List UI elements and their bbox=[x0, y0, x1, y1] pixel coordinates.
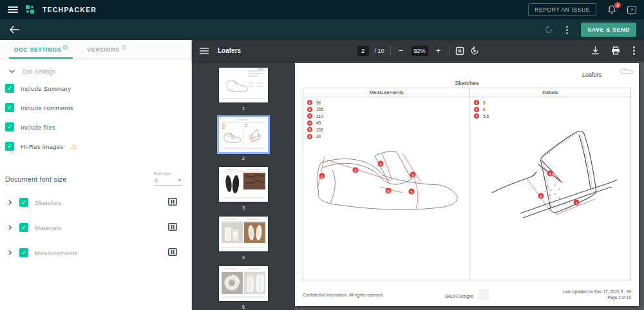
checkbox-label: Include comments bbox=[21, 104, 73, 111]
section-label: Materials bbox=[35, 224, 61, 231]
top-bar: TECHPACKER REPORT AN ISSUE 3 ? bbox=[0, 0, 644, 19]
sketch-marker: 1 bbox=[319, 173, 325, 179]
checkbox-checked-icon[interactable]: ✓ bbox=[19, 198, 28, 207]
document-page: Loafers Sketches Measurements Details bbox=[295, 63, 639, 306]
legend-value: 9 bbox=[483, 107, 486, 111]
legend-value: 59 bbox=[316, 101, 321, 105]
tab-doc-settings-label: DOC SETTINGS bbox=[14, 46, 61, 53]
section-row-sketches: ✓ Sketches bbox=[0, 191, 191, 213]
zoom-level-value[interactable]: 92% bbox=[412, 46, 428, 56]
thumbnail-page-number: 2 bbox=[242, 155, 245, 161]
thumbnail-sidebar[interactable]: 1 bbox=[192, 61, 295, 310]
download-icon[interactable] bbox=[591, 46, 600, 55]
column-header-measurements: Measurements bbox=[303, 88, 470, 97]
section-row-materials: ✓ Materials bbox=[0, 217, 191, 238]
font-size-field-label: Font size bbox=[154, 171, 182, 176]
marker-dot: 1 bbox=[307, 100, 312, 105]
footer-meta: Last Updated on Dec 17, 2021 9 : 39 Page… bbox=[489, 289, 631, 302]
chevron-right-icon[interactable] bbox=[8, 225, 13, 230]
checkbox-row-hires-images[interactable]: ✓ Hi-Res images ⚠ bbox=[0, 137, 191, 156]
fit-to-page-icon[interactable] bbox=[455, 46, 464, 55]
marker-dot: 3 bbox=[474, 113, 479, 119]
layout-columns-icon[interactable] bbox=[168, 247, 177, 258]
footer-brand: BAUH Designs bbox=[445, 289, 488, 300]
marker-dot: 2 bbox=[307, 107, 312, 112]
main-content: DOC SETTINGS i VERSIONS i Doc Settings ✓… bbox=[0, 40, 644, 310]
thumbnail-image bbox=[219, 167, 268, 202]
pdf-document-title: Loafers bbox=[218, 47, 241, 54]
back-arrow-icon[interactable] bbox=[9, 25, 19, 34]
document-canvas[interactable]: Loafers Sketches Measurements Details bbox=[295, 61, 644, 310]
thumbnail-page-5[interactable]: 5 bbox=[219, 266, 268, 310]
chevron-down-icon bbox=[9, 70, 15, 73]
legend-value: 155 bbox=[316, 107, 323, 111]
checkbox-checked-icon[interactable]: ✓ bbox=[5, 103, 14, 112]
pdf-viewer: Loafers 2 / 10 − 92% + bbox=[192, 40, 644, 310]
checkbox-checked-icon[interactable]: ✓ bbox=[5, 84, 14, 93]
chevron-right-icon[interactable] bbox=[8, 200, 13, 205]
marker-dot: 5 bbox=[307, 127, 312, 132]
print-icon[interactable] bbox=[611, 46, 620, 55]
report-an-issue-button[interactable]: REPORT AN ISSUE bbox=[528, 3, 596, 16]
thumbnails-menu-icon[interactable] bbox=[200, 48, 209, 54]
details-cell: 15 29 35.5 bbox=[470, 97, 630, 280]
doc-settings-panel: DOC SETTINGS i VERSIONS i Doc Settings ✓… bbox=[0, 40, 192, 310]
section-row-measurements: ✓ Measurements bbox=[0, 242, 191, 264]
pdf-toolbar-right bbox=[479, 45, 637, 56]
legend-value: 5 bbox=[483, 101, 486, 105]
document-more-options-icon[interactable] bbox=[565, 24, 569, 35]
layout-columns-icon[interactable] bbox=[168, 222, 177, 233]
font-size-select[interactable]: Font size 8 ▼ bbox=[154, 171, 182, 186]
loafer-side-view-sketch: 1 2 3 4 5 6 bbox=[305, 146, 472, 231]
measurements-legend: 159 2155 3210 445 5102 624 bbox=[307, 100, 323, 139]
checkbox-checked-icon[interactable]: ✓ bbox=[5, 142, 14, 151]
footer-brand-text: BAUH Designs bbox=[445, 294, 473, 298]
zoom-in-button[interactable]: + bbox=[434, 46, 443, 55]
section-label: Sketches bbox=[35, 199, 61, 206]
thumbnail-page-3[interactable]: 3 bbox=[219, 167, 268, 211]
refresh-icon[interactable] bbox=[544, 25, 553, 34]
checkbox-checked-icon[interactable]: ✓ bbox=[5, 122, 14, 131]
sketch-marker: 5 bbox=[409, 189, 415, 195]
pdf-more-options-icon[interactable] bbox=[632, 45, 636, 56]
sketch-marker: 6 bbox=[386, 188, 392, 194]
top-bar-left: TECHPACKER bbox=[8, 5, 97, 14]
help-icon[interactable]: ? bbox=[627, 6, 636, 14]
footer-confidential-text: Confidential Information. All rights res… bbox=[303, 289, 445, 297]
layout-columns-icon[interactable] bbox=[168, 197, 177, 208]
thumbnail-page-number: 4 bbox=[242, 255, 245, 260]
marker-dot: 2 bbox=[474, 107, 479, 112]
checkbox-row-include-comments[interactable]: ✓ Include comments bbox=[0, 98, 191, 117]
thumbnail-page-number: 1 bbox=[242, 106, 245, 111]
sketch-marker: 2 bbox=[353, 168, 359, 173]
rotate-page-icon[interactable] bbox=[470, 46, 479, 55]
footer-page-number: Page 2 of 10 bbox=[489, 295, 631, 301]
tab-doc-settings[interactable]: DOC SETTINGS i bbox=[6, 40, 75, 59]
document-section-title: Sketches bbox=[295, 80, 639, 86]
document-font-size-row: Document font size Font size 8 ▼ bbox=[0, 156, 191, 188]
zoom-out-button[interactable]: − bbox=[397, 46, 406, 55]
thumbnail-page-2-selected[interactable]: 2 bbox=[219, 117, 268, 161]
legend-value: 24 bbox=[316, 134, 321, 139]
legend-item: 15 bbox=[474, 100, 489, 105]
notifications-bell-icon[interactable]: 3 bbox=[607, 5, 617, 15]
doc-settings-section-header[interactable]: Doc Settings bbox=[0, 59, 191, 79]
checkbox-checked-icon[interactable]: ✓ bbox=[19, 223, 28, 232]
thumbnail-page-4[interactable]: 4 bbox=[219, 217, 268, 260]
toolbar-divider bbox=[390, 46, 391, 56]
details-legend: 15 29 35.5 bbox=[474, 100, 489, 119]
main-menu-icon[interactable] bbox=[8, 6, 18, 13]
sketch-marker: 2 bbox=[538, 193, 544, 199]
save-and-send-button[interactable]: SAVE & SEND bbox=[581, 23, 636, 37]
table-body: 159 2155 3210 445 5102 624 bbox=[303, 97, 630, 280]
tab-versions[interactable]: VERSIONS i bbox=[79, 40, 133, 59]
thumbnail-page-1[interactable]: 1 bbox=[219, 68, 268, 111]
page-number-input[interactable]: 2 bbox=[357, 46, 369, 56]
checkbox-checked-icon[interactable]: ✓ bbox=[19, 248, 28, 257]
checkbox-row-include-files[interactable]: ✓ Include files bbox=[0, 117, 191, 137]
legend-item: 159 bbox=[307, 100, 323, 105]
chevron-right-icon[interactable] bbox=[8, 250, 13, 255]
checkbox-row-include-summary[interactable]: ✓ Include Summary bbox=[0, 79, 191, 98]
document-style-name: Loafers bbox=[582, 72, 601, 78]
techpacker-logo-icon[interactable] bbox=[26, 5, 35, 14]
